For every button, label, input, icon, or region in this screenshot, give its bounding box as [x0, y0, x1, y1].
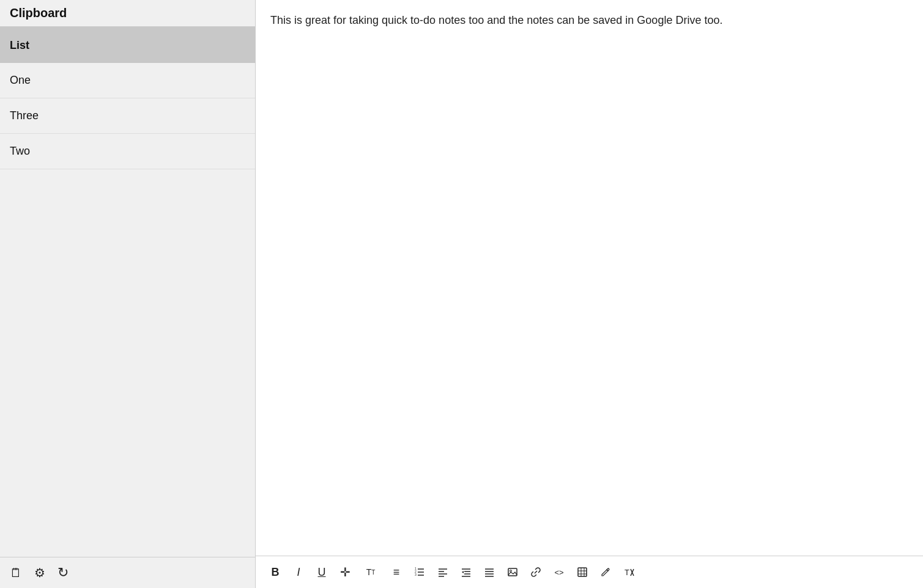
clear-format-button[interactable]: T	[619, 562, 639, 582]
sidebar-footer: 🗒 ⚙ ↻	[0, 557, 255, 588]
svg-text:T: T	[625, 568, 629, 577]
edit-button[interactable]	[596, 562, 615, 582]
ordered-list-button[interactable]: 123	[410, 562, 429, 582]
sidebar: Clipboard List One Three Two 🗒 ⚙ ↻	[0, 0, 256, 588]
code-button[interactable]: <>	[549, 562, 569, 582]
svg-rect-19	[508, 568, 517, 576]
strikethrough-button[interactable]: ✛	[335, 562, 355, 582]
sidebar-item-one[interactable]: One	[0, 63, 255, 98]
sidebar-list-header[interactable]: List	[0, 27, 255, 63]
svg-point-20	[510, 570, 512, 572]
main-container: Clipboard List One Three Two 🗒 ⚙ ↻ This …	[0, 0, 923, 588]
settings-icon[interactable]: ⚙	[34, 565, 45, 580]
refresh-icon[interactable]: ↻	[57, 565, 69, 581]
align-justify-button[interactable]	[480, 562, 499, 582]
bold-button[interactable]: B	[265, 562, 285, 582]
sidebar-title: Clipboard	[0, 0, 255, 27]
svg-marker-14	[462, 571, 464, 573]
sidebar-item-two[interactable]: Two	[0, 134, 255, 169]
document-icon[interactable]: 🗒	[10, 566, 22, 580]
italic-button[interactable]: I	[289, 562, 308, 582]
align-left-button[interactable]	[433, 562, 453, 582]
content-area: This is great for taking quick to-do not…	[256, 0, 923, 588]
unordered-list-button[interactable]: ≡	[387, 562, 406, 582]
sidebar-item-three[interactable]: Three	[0, 98, 255, 134]
link-button[interactable]	[526, 562, 546, 582]
indent-button[interactable]	[456, 562, 476, 582]
underline-button[interactable]: U	[312, 562, 332, 582]
editor-area[interactable]: This is great for taking quick to-do not…	[256, 0, 923, 556]
editor-content: This is great for taking quick to-do not…	[270, 12, 908, 29]
table-button[interactable]	[573, 562, 592, 582]
font-size-button[interactable]: TT	[358, 562, 383, 582]
editor-toolbar: B I U ✛ TT ≡ 123 <>	[256, 556, 923, 588]
svg-rect-21	[578, 568, 587, 576]
image-button[interactable]	[503, 562, 522, 582]
svg-text:3: 3	[415, 573, 417, 576]
